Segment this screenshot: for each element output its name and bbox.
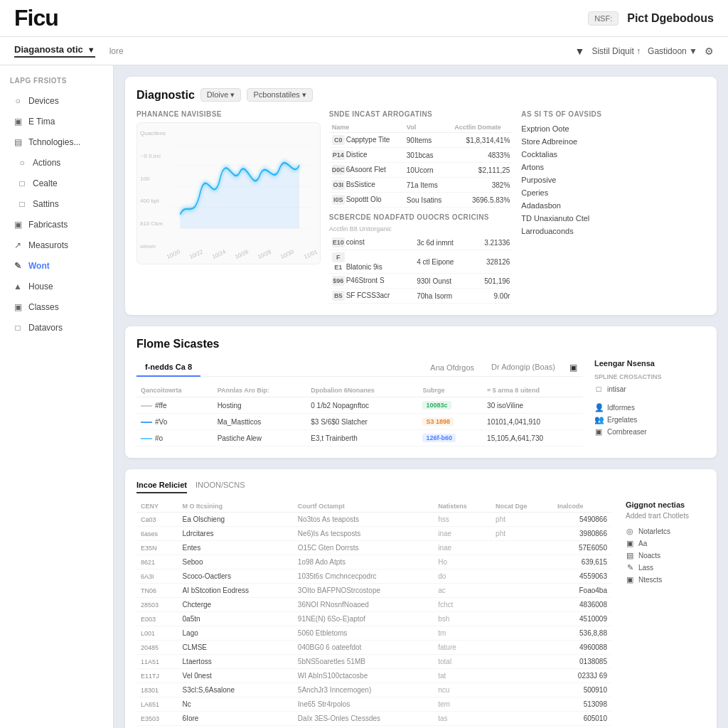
sidebar-item-label: Fabricasts [28,220,68,230]
diagnostic-btn1[interactable]: Dloive ▾ [200,88,242,102]
code-col-0: CENY [136,500,178,513]
code-row[interactable]: E003 0a5tn 91NE(N) 6So-E)aptof bsh 45100… [136,612,611,626]
sidebar-item-label: Devices [28,96,59,106]
flow-col-val2: = 5 arma 8 uitend [483,384,583,397]
code-row[interactable]: E3503 6Iore DaIx 3ES-Onles Ctessdes tas … [136,712,611,726]
code-right-item[interactable]: ◎Notarletcs [626,525,705,537]
content-area: Diagnostic Dloive ▾ Pcbonstatiles ▾ Phan… [114,65,728,728]
flow-right-title: Leengar Nsensa [594,359,702,368]
measurots-icon: ↗ [13,240,23,250]
breadcrumb-dropdown-arrow[interactable]: ▼ [87,46,95,54]
right-panel-title: As sI ts of oavsids [521,110,705,118]
chart-svg [144,130,313,257]
sidebar-item-actions[interactable]: ○ Actions [3,153,110,173]
flow-tab-0[interactable]: f-nedds Ca 8 [136,359,200,377]
code-row[interactable]: E35N Entes O15C Gten Dorrsts inae 57E605… [136,541,611,555]
sidebar-item-datavors[interactable]: □ Datavors [3,318,110,338]
stats-row: D0C6Asoont Flet10Ucorn$2,111,25 [329,163,513,178]
right-panel-item[interactable]: Artons [521,161,705,173]
flow-col-tag: Subrge [418,384,483,397]
sidebar-item-classes[interactable]: ▣ Classes [3,297,110,317]
stats-title: Snde Incast Arrogatins [329,110,513,118]
code-item-icon: ▣ [626,575,634,584]
code-right-title: Giggnot nectias [626,500,705,509]
code-right-item[interactable]: ✎Lass [626,562,705,574]
sidebar-item-create[interactable]: □ Cealte [3,173,110,193]
flow-right-item-intisar[interactable]: □ intisar [594,383,702,395]
right-panel-item[interactable]: Cocktalias [521,148,705,161]
sidebar: lapg frsiots ○ Devices ▣ E Tima ▤ Tchnol… [0,65,114,728]
sidebar-item-wont[interactable]: ✎ Wont [3,256,110,276]
right-panel-item[interactable]: Cperies [521,186,705,199]
code-row[interactable]: 11A51 Ltaertoss 5bNS5oaretles 51MB total… [136,655,611,669]
code-item-label: Notarletcs [638,528,670,535]
time-icon: ▣ [13,117,23,127]
code-right-item[interactable]: ▣Ntescts [626,574,705,586]
flow-row: #ffe Hosting 0 1/b2 Nopagnftoc 10083c 30… [136,397,583,414]
sidebar-item-technologies[interactable]: ▤ Tchnologies... [3,132,110,152]
sidebar-item-label: Cealte [33,178,58,188]
code-tab-0[interactable]: Incoe Reliciet [136,481,187,493]
code-row[interactable]: TN06 AI bStcotion Eodress 3OIto BAFPNOSt… [136,584,611,598]
sidebar-item-label: Actions [33,158,60,168]
code-row[interactable]: 20485 CLMSE 040BG0 6 oateefdot fature 49… [136,641,611,655]
diagnostic-grid: Phanance Navisibse Quacitens ~S 0.inc 10… [136,110,705,304]
code-col-4: Nocat Dge [491,500,553,513]
diagnostic-card-title: Diagnostic Dloive ▾ Pcbonstatiles ▾ [136,88,705,102]
diagnostic-btn2[interactable]: Pcbonstatiles ▾ [247,88,312,102]
fabricasts-icon: ▣ [13,220,23,230]
sidebar-item-devices[interactable]: ○ Devices [3,91,110,111]
flow-row: #o Pastiche Alew E3,t Trainberth 126f-b6… [136,430,583,446]
code-tab-1[interactable]: INOON/SCNS [196,481,245,493]
flow-tab-2[interactable]: Dr Adongip (Boas) [483,359,564,377]
code-row[interactable]: 28503 Chcterge 36NOI RNosnfNoaoed fchct … [136,598,611,612]
right-panel-item[interactable]: Exptrion Oote [521,122,705,135]
right-panel-item[interactable]: Store Adbreinoe [521,135,705,148]
code-item-icon: ◎ [626,527,634,536]
sidebar-item-time[interactable]: ▣ E Tima [3,112,110,132]
code-right-item[interactable]: ▤Noacts [626,550,705,562]
code-row[interactable]: E11TJ Vel 0nest WI AbInS100ctacosbe tat … [136,669,611,683]
flow-tab-icon[interactable]: ▣ [564,359,583,376]
cornbreaser-icon: ▣ [594,427,603,437]
code-row[interactable]: 18301 S3cl:S,6Asalone 5AnchJr3 Inncemoge… [136,683,611,697]
chart-title: Phanance Navisibse [136,110,321,118]
code-right-items: ◎Notarletcs▣Aa▤Noacts✎Lass▣Ntescts [626,525,705,586]
right-panel-item[interactable]: Adadasbon [521,199,705,212]
main-layout: lapg frsiots ○ Devices ▣ E Tima ▤ Tchnol… [0,65,728,728]
sidebar-item-label: Tchnologies... [28,137,80,147]
code-row[interactable]: L001 Lago 5060 Etbletoms tm 536,8,88 [136,626,611,641]
sidebar-item-label: Classes [28,302,59,312]
breadcrumb-action1[interactable]: Sistil Diquit ↑ [592,46,641,56]
settings-icon[interactable]: ⚙ [705,46,714,57]
right-panel-item[interactable]: Purposive [521,173,705,186]
code-row[interactable]: 6ases Ldrcitares Ne6)Is As tecsposts ina… [136,527,611,541]
flow-tab-1[interactable]: Ana Ofdrgos [422,359,483,377]
right-panel-item[interactable]: Larroduaconds [521,225,705,237]
breadcrumb[interactable]: Diaganosta otic ▼ [14,44,95,58]
stats-table-2: E10coinst3c 6d inmnt3.21336F E1Blatonic … [329,235,513,304]
sidebar-item-house[interactable]: ▲ House [3,277,110,296]
flow-right-item-ergelates[interactable]: 👥 Ergelates [594,414,702,426]
flow-right-item-idformes[interactable]: 👤 Idformes [594,402,702,414]
idformes-label: Idformes [607,404,635,412]
code-row[interactable]: 8621 Seboo 1o98 Ado Atpts Ho 639,615 [136,555,611,569]
idformes-icon: 👤 [594,403,603,412]
code-right-item[interactable]: ▣Aa [626,537,705,550]
breadcrumb-action2[interactable]: Gastidoon ▼ [648,46,697,56]
code-row[interactable]: 6A3I Scoco-Oactlers 1035t6s Cmchncecpodr… [136,569,611,584]
code-item-label: Ntescts [638,576,662,584]
diag-right-items: Exptrion OoteStore AdbreinoeCocktaliasAr… [521,122,705,237]
sidebar-item-fabricasts[interactable]: ▣ Fabricasts [3,215,110,235]
sidebar-item-settings[interactable]: □ Sattins [3,194,110,214]
code-row[interactable]: LA651 Nc Ine65 Str4rpolos tem 513098 [136,697,611,712]
stats-table: Name Vol Acctlin Domate C0Capptype Tite9… [329,122,513,208]
flow-right-item-cornbreaser[interactable]: ▣ Cornbreaser [594,426,702,438]
flow-tabs: f-nedds Ca 8 Ana Ofdrgos Dr Adongip (Boa… [136,359,583,377]
right-panel-item[interactable]: TD Unaxianuto Ctel [521,212,705,225]
code-card: Incoe Reliciet INOON/SCNS CENY M O Itcsi… [125,469,717,728]
sidebar-item-measurots[interactable]: ↗ Measurots [3,235,110,255]
flow-main: f-nedds Ca 8 Ana Ofdrgos Dr Adongip (Boa… [136,359,583,446]
code-row[interactable]: Ca03 Ea Olschieng No3tos As teaposts hss… [136,513,611,527]
sidebar-item-label: Wont [28,261,50,271]
